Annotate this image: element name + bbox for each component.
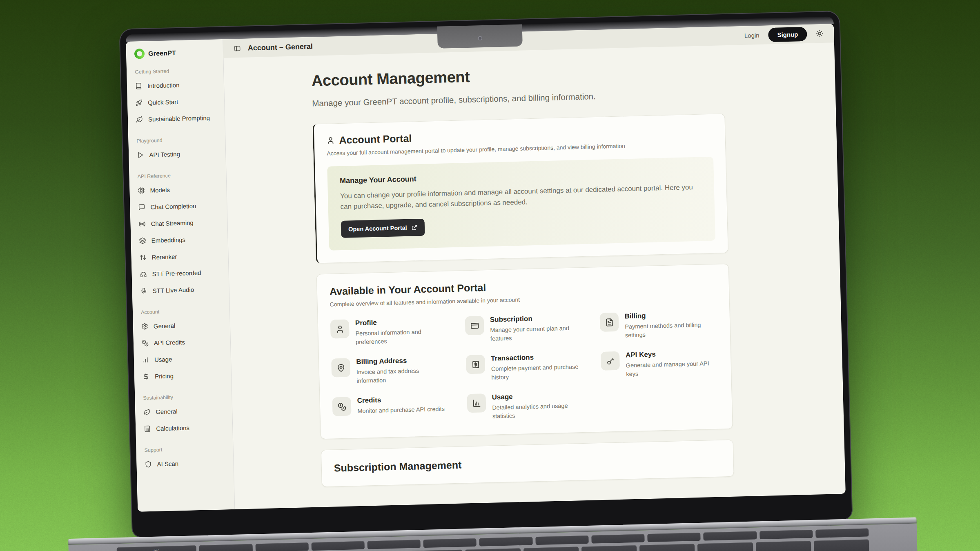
shield-icon [145, 461, 151, 468]
open-account-portal-button[interactable]: Open Account Portal [341, 219, 425, 238]
sidebar-item-chat-completion[interactable]: Chat Completion [136, 197, 221, 216]
sidebar-toggle-button[interactable] [234, 45, 241, 52]
feature-title: Transactions [491, 352, 584, 363]
feature-description: Payment methods and billing settings [625, 320, 718, 340]
broadcast-icon [138, 220, 145, 227]
key [535, 535, 589, 545]
topbar-actions: Login Signup [744, 26, 823, 42]
section-label: Support [142, 445, 227, 453]
feature-credits: Credits Monitor and purchase API credits [332, 394, 450, 424]
brand-name: GreenPT [148, 49, 176, 58]
sidebar-item-label: Sustainable Prompting [148, 114, 210, 123]
sidebar-item-sustainable-prompting[interactable]: Sustainable Prompting [134, 109, 219, 128]
key [367, 540, 421, 549]
cpu-icon [138, 187, 145, 194]
greenpt-logo-icon [134, 49, 145, 59]
key [423, 538, 477, 548]
open-account-portal-label: Open Account Portal [348, 224, 407, 233]
feature-text: Usage Detailed analytics and usage stati… [492, 391, 585, 421]
feature-description: Generate and manage your API keys [626, 359, 719, 379]
feature-text: Subscription Manage your current plan an… [490, 313, 584, 343]
feature-text: Transactions Complete payment and purcha… [491, 352, 584, 382]
feature-transactions: Transactions Complete payment and purcha… [466, 352, 584, 382]
sidebar-item-chat-streaming[interactable]: Chat Streaming [136, 213, 222, 232]
feature-text: Billing Address Invoice and tax address … [356, 355, 450, 385]
coins-icon [332, 397, 351, 416]
sidebar-item-account-general[interactable]: General [138, 316, 224, 335]
sidebar-item-sustainability-general[interactable]: General [141, 402, 227, 420]
headphones-icon [140, 271, 147, 278]
features-grid: Profile Personal information and prefere… [330, 310, 720, 425]
feature-title: Billing Address [356, 355, 449, 366]
gear-icon [141, 323, 148, 330]
login-link[interactable]: Login [744, 31, 760, 39]
sidebar-item-usage[interactable]: Usage [140, 349, 225, 368]
key [581, 545, 637, 551]
feature-text: API Keys Generate and manage your API ke… [626, 349, 719, 379]
sidebar-item-label: General [154, 322, 176, 329]
rocket-icon [136, 99, 143, 106]
laptop-mockup: GreenPT Getting Started Introduction Qui… [120, 11, 854, 551]
sidebar-item-label: Pricing [155, 372, 174, 380]
key-icon [601, 351, 620, 371]
coins-icon [142, 340, 149, 347]
key [814, 539, 869, 551]
key [703, 531, 757, 540]
key [697, 542, 753, 551]
sidebar-section-getting-started: Getting Started Introduction Quick Start… [132, 67, 219, 128]
section-label: Getting Started [132, 67, 218, 75]
key [760, 530, 813, 539]
key [311, 541, 365, 551]
map-pin-icon [331, 358, 350, 378]
webcam-dot [478, 36, 482, 40]
sidebar-item-reranker[interactable]: Reranker [137, 247, 223, 266]
sidebar-item-api-testing[interactable]: API Testing [134, 144, 220, 163]
content-scroll-area[interactable]: Account Management Manage your GreenPT a… [223, 42, 846, 509]
signup-button[interactable]: Signup [768, 27, 807, 42]
sidebar-item-label: API Credits [154, 339, 185, 347]
chart-column-icon [467, 393, 486, 413]
manage-account-panel: Manage Your Account You can change your … [327, 157, 715, 251]
page-subtitle: Manage your GreenPT account profile, sub… [312, 88, 724, 109]
sidebar-section-support: Support AI Scan [142, 445, 228, 473]
feature-title: Subscription [490, 313, 583, 324]
file-text-icon [599, 313, 619, 332]
feature-description: Complete payment and purchase history [491, 362, 584, 382]
sidebar-item-ai-scan[interactable]: AI Scan [142, 454, 228, 473]
sidebar-item-models[interactable]: Models [135, 180, 221, 199]
manage-account-body: You can change your profile information … [340, 182, 702, 212]
sidebar-item-label: Usage [154, 356, 172, 363]
sidebar-section-account: Account General API Credits Usage [138, 307, 226, 385]
leaf-icon [143, 409, 150, 415]
feature-description: Personal information and preferences [355, 327, 448, 347]
page-title: Account Management [311, 62, 724, 90]
theme-toggle-button[interactable] [816, 30, 823, 37]
sidebar-item-embeddings[interactable]: Embeddings [136, 230, 222, 249]
sidebar-item-quick-start[interactable]: Quick Start [133, 92, 219, 111]
feature-text: Billing Payment methods and billing sett… [624, 310, 718, 340]
brand-logo[interactable]: GreenPT [132, 47, 218, 59]
sidebar-section-sustainability: Sustainability General Calculations [140, 393, 227, 437]
feature-description: Manage your current plan and features [490, 324, 583, 343]
sidebar-item-introduction[interactable]: Introduction [133, 76, 218, 94]
leaf-icon [136, 116, 143, 123]
feature-profile: Profile Personal information and prefere… [330, 317, 449, 347]
book-icon [135, 82, 142, 89]
sidebar-item-label: Models [150, 187, 170, 194]
subscription-management-card: Subscription Management [321, 440, 734, 487]
sidebar-item-label: Chat Streaming [151, 219, 194, 227]
external-link-icon [412, 224, 417, 230]
sidebar-item-label: API Testing [149, 151, 180, 158]
sidebar-item-api-credits[interactable]: API Credits [139, 333, 225, 351]
sidebar: GreenPT Getting Started Introduction Qui… [126, 39, 235, 512]
content-container: Account Management Manage your GreenPT a… [311, 62, 734, 487]
calculator-icon [144, 425, 151, 432]
sidebar-item-stt-live-audio[interactable]: STT Live Audio [138, 280, 223, 299]
credit-card-icon [465, 316, 484, 335]
key [647, 533, 701, 542]
sidebar-item-calculations[interactable]: Calculations [141, 418, 227, 437]
page-breadcrumb-title: Account – General [247, 42, 313, 52]
sidebar-item-pricing[interactable]: Pricing [140, 366, 226, 385]
sidebar-item-stt-prerecorded[interactable]: STT Pre-recorded [137, 264, 223, 282]
feature-subscription: Subscription Manage your current plan an… [465, 313, 584, 344]
